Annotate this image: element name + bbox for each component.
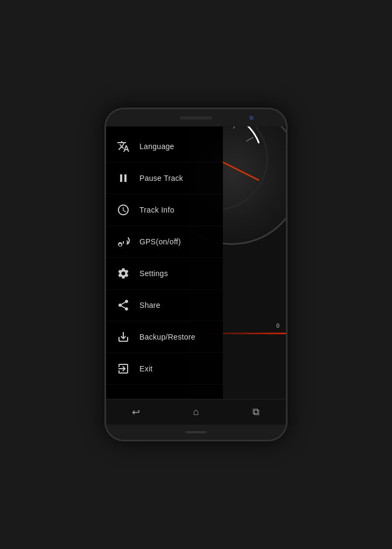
gear-icon (115, 265, 132, 282)
bottom-indicator (185, 431, 207, 433)
backup-icon (115, 328, 132, 346)
share-icon (115, 297, 132, 314)
track-info-label: Track Info (139, 206, 174, 214)
navigation-bar: ↩ ⌂ ⧉ (106, 399, 286, 425)
menu-item-gps[interactable]: GPS(on/off) (106, 226, 223, 258)
menu-item-language[interactable]: Language (106, 131, 223, 163)
speaker-grille (180, 116, 212, 119)
volume-button[interactable] (104, 174, 106, 201)
backup-restore-label: Backup/Restore (139, 333, 195, 341)
phone-top-bar (106, 109, 286, 126)
settings-label: Settings (139, 269, 168, 278)
phone-bottom-bar (106, 425, 286, 440)
recents-button[interactable]: ⧉ (245, 402, 267, 423)
menu-item-exit[interactable]: Exit (106, 353, 223, 385)
pause-icon (115, 170, 132, 187)
language-label: Language (139, 142, 174, 151)
home-button[interactable]: ⌂ (185, 402, 207, 423)
menu-item-track-info[interactable]: Track Info (106, 194, 223, 226)
share-label: Share (139, 301, 160, 309)
translate-icon (115, 138, 132, 155)
pause-track-label: Pause Track (139, 174, 183, 182)
gps-label: GPS(on/off) (139, 237, 181, 246)
exit-icon (115, 360, 132, 377)
svg-line-6 (234, 126, 238, 129)
screen: 0 Language Pause Track (106, 126, 286, 399)
back-button[interactable]: ↩ (125, 402, 147, 423)
clock-icon (115, 201, 132, 219)
menu-item-share[interactable]: Share (106, 290, 223, 321)
power-button[interactable] (286, 190, 288, 209)
speedo-label: 0 (276, 322, 279, 329)
phone-device: 0 Language Pause Track (104, 108, 288, 441)
exit-label: Exit (139, 364, 153, 373)
satellite-icon (115, 233, 132, 250)
menu-panel: Language Pause Track Track Info (106, 126, 223, 399)
svg-line-7 (246, 137, 253, 142)
menu-item-settings[interactable]: Settings (106, 258, 223, 290)
front-camera (249, 116, 254, 120)
menu-item-backup-restore[interactable]: Backup/Restore (106, 321, 223, 353)
menu-item-pause-track[interactable]: Pause Track (106, 163, 223, 194)
